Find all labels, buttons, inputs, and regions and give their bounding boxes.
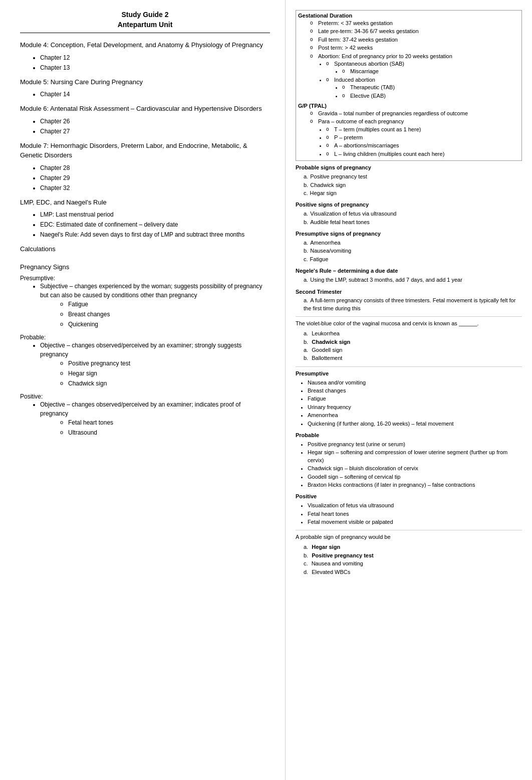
list-item: Chapter 29 bbox=[40, 173, 270, 182]
module4-chapters: Chapter 12 Chapter 13 bbox=[40, 53, 270, 72]
list-item: a. Hegar sign bbox=[304, 543, 522, 551]
presumptive-full-section: Presumptive Nausea and/or vomiting Breas… bbox=[296, 370, 522, 428]
list-item: a.A full-term pregnancy consists of thre… bbox=[304, 297, 522, 312]
question-options: a. Leukorrhea b. Chadwick sign a. Goodel… bbox=[304, 330, 522, 362]
positive-signs-section: Positive signs of pregnancy a.Visualizat… bbox=[296, 201, 522, 226]
list-item: b. Positive pregnancy test bbox=[304, 552, 522, 559]
sab-sub-list: Miscarriage bbox=[342, 68, 519, 75]
probable-full-title: Probable bbox=[296, 432, 522, 440]
calculations-title: Calculations bbox=[20, 244, 270, 254]
list-item: Para – outcome of each pregnancy T – ter… bbox=[310, 118, 519, 158]
question-violet-blue: The violet-blue color of the vaginal muc… bbox=[296, 320, 522, 362]
module5-chapters: Chapter 14 bbox=[40, 90, 270, 99]
list-item: EDC: Estimated date of confinement – del… bbox=[40, 220, 270, 229]
probable-header: Probable: bbox=[20, 334, 270, 341]
list-item: b.Nausea/vomiting bbox=[304, 247, 522, 255]
probable-signs-list: a.Positive pregnancy test b.Chadwick sig… bbox=[304, 173, 522, 197]
list-item: Ultrasound bbox=[60, 428, 270, 437]
list-item: Fatigue bbox=[308, 395, 522, 403]
gestational-duration-list: Preterm: < 37 weeks gestation Late pre-t… bbox=[310, 20, 519, 100]
list-item: Gravida – total number of pregnancies re… bbox=[310, 110, 519, 117]
probable-list: Objective – changes observed/perceived b… bbox=[40, 341, 270, 388]
positive-list: Objective – changes observed/perceived b… bbox=[40, 400, 270, 437]
list-item: Chapter 28 bbox=[40, 163, 270, 172]
list-item: b. Ballottement bbox=[304, 354, 522, 362]
module5-title: Module 5: Nursing Care During Pregnancy bbox=[20, 77, 270, 87]
module7-chapters: Chapter 28 Chapter 29 Chapter 32 bbox=[40, 163, 270, 192]
list-item: Nausea and/or vomiting bbox=[308, 379, 522, 386]
negeles-title: Negele's Rule – determining a due date bbox=[296, 267, 522, 275]
presumptive-full-title: Presumptive bbox=[296, 370, 522, 378]
page-title: Study Guide 2 Antepartum Unit bbox=[20, 10, 270, 30]
list-item: Induced abortion Therapeutic (TAB) Elect… bbox=[326, 76, 519, 100]
list-item: Goodell sign – softening of cervical tip bbox=[308, 473, 522, 481]
list-item: c.Fatigue bbox=[304, 256, 522, 263]
list-item: Positive pregnancy test bbox=[60, 359, 270, 368]
gp-tpal-title: G/P (TPAL) bbox=[298, 103, 519, 109]
list-item: Urinary frequency bbox=[308, 404, 522, 411]
list-item: Chadwick sign – bluish discoloration of … bbox=[308, 465, 522, 472]
presumptive-header: Presumptive: bbox=[20, 275, 270, 282]
second-trimester-title: Second Trimester bbox=[296, 288, 522, 296]
list-item: a. Goodell sign bbox=[304, 346, 522, 354]
separator-1 bbox=[296, 316, 522, 317]
list-item: Fetal heart tones bbox=[60, 418, 270, 427]
probable-full-list: Positive pregnancy test (urine or serum)… bbox=[308, 441, 522, 489]
induced-sub-list: Therapeutic (TAB) Elective (EAB) bbox=[342, 84, 519, 100]
gp-tpal-list: Gravida – total number of pregnancies re… bbox=[310, 110, 519, 158]
title-divider bbox=[20, 33, 270, 33]
lmp-section-title: LMP, EDC, and Naegel's Rule bbox=[20, 198, 270, 208]
presumptive-signs-list: a.Amenorrhea b.Nausea/vomiting c.Fatigue bbox=[304, 239, 522, 263]
list-item: c.Hegar sign bbox=[304, 189, 522, 197]
positive-full-section: Positive Visualization of fetus via ultr… bbox=[296, 493, 522, 526]
list-item: Hegar sign – softening and compression o… bbox=[308, 449, 522, 464]
list-item: a.Positive pregnancy test bbox=[304, 173, 522, 180]
presumptive-list: Subjective – changes experienced by the … bbox=[40, 282, 270, 329]
list-item: b. Chadwick sign bbox=[304, 338, 522, 346]
list-item: Fatigue bbox=[60, 300, 270, 309]
quiz-question-section: A probable sign of pregnancy would be a.… bbox=[296, 533, 522, 576]
list-item: Chapter 26 bbox=[40, 117, 270, 126]
list-item: Naegel's Rule: Add seven days to first d… bbox=[40, 230, 270, 239]
list-item: Objective – changes observed/perceived b… bbox=[40, 400, 270, 437]
separator-3 bbox=[296, 530, 522, 530]
pregnancy-signs-title: Pregnancy Signs bbox=[20, 262, 270, 272]
list-item: L – living children (multiples count eac… bbox=[326, 150, 519, 158]
list-item: Breast changes bbox=[60, 310, 270, 319]
list-item: a.Amenorrhea bbox=[304, 239, 522, 247]
probable-signs-section: Probable signs of pregnancy a.Positive p… bbox=[296, 164, 522, 197]
second-trimester-list: a.A full-term pregnancy consists of thre… bbox=[304, 297, 522, 312]
positive-full-title: Positive bbox=[296, 493, 522, 501]
list-item: P – preterm bbox=[326, 134, 519, 141]
list-item: Objective – changes observed/perceived b… bbox=[40, 341, 270, 388]
probable-full-section: Probable Positive pregnancy test (urine … bbox=[296, 432, 522, 489]
module6-title: Module 6: Antenatal Risk Assessment – Ca… bbox=[20, 104, 270, 114]
presumptive-sub-items: Fatigue Breast changes Quickening bbox=[60, 300, 270, 329]
list-item: Quickening bbox=[60, 320, 270, 329]
title-line2: Antepartum Unit bbox=[20, 20, 270, 30]
list-item: Amenorrhea bbox=[308, 412, 522, 419]
probable-sub-items: Positive pregnancy test Hegar sign Chadw… bbox=[60, 359, 270, 388]
list-item: b.Audible fetal heart tones bbox=[304, 219, 522, 226]
gestational-duration-title: Gestational Duration bbox=[298, 13, 519, 19]
separator-2 bbox=[296, 366, 522, 367]
module4-title: Module 4: Conception, Fetal Development,… bbox=[20, 40, 270, 50]
list-item: Chapter 13 bbox=[40, 63, 270, 72]
list-item: Miscarriage bbox=[342, 68, 519, 75]
second-trimester-section: Second Trimester a.A full-term pregnancy… bbox=[296, 288, 522, 313]
list-item: LMP: Last menstrual period bbox=[40, 210, 270, 219]
positive-full-list: Visualization of fetus via ultrasound Fe… bbox=[308, 502, 522, 526]
question-text: The violet-blue color of the vaginal muc… bbox=[296, 320, 522, 328]
list-item: Abortion: End of pregnancy prior to 20 w… bbox=[310, 53, 519, 100]
negeles-list: a.Using the LMP, subtract 3 months, add … bbox=[304, 276, 522, 284]
list-item: Chapter 14 bbox=[40, 90, 270, 99]
quiz-question-text: A probable sign of pregnancy would be bbox=[296, 533, 522, 541]
list-item: Chadwick sign bbox=[60, 379, 270, 388]
negeles-section: Negele's Rule – determining a due date a… bbox=[296, 267, 522, 284]
positive-header: Positive: bbox=[20, 393, 270, 400]
list-item: Elective (EAB) bbox=[342, 92, 519, 100]
list-item: Post term: > 42 weeks bbox=[310, 44, 519, 52]
list-item: b.Chadwick sign bbox=[304, 181, 522, 189]
gp-tpal-section: G/P (TPAL) Gravida – total number of pre… bbox=[298, 103, 519, 158]
list-item: Full term: 37-42 weeks gestation bbox=[310, 36, 519, 44]
